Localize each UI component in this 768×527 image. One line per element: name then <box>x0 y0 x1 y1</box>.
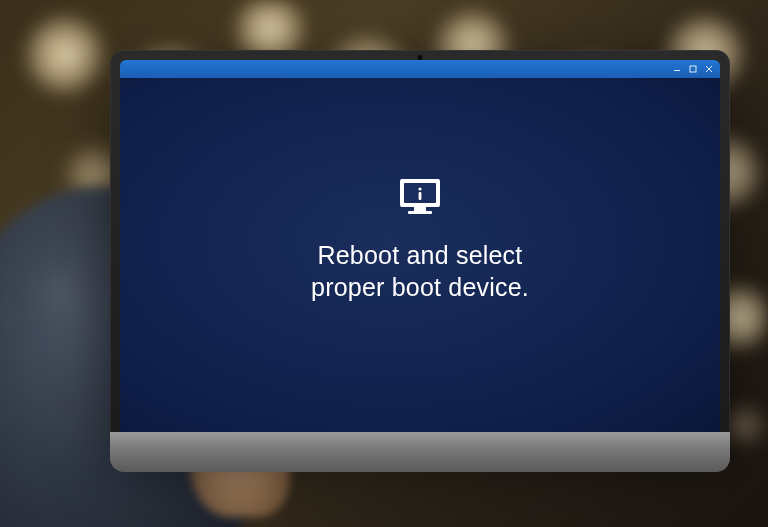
error-line-2: proper boot device. <box>311 271 529 304</box>
error-line-1: Reboot and select <box>318 241 523 269</box>
close-icon[interactable] <box>704 65 714 73</box>
window-title-bar <box>120 60 720 78</box>
svg-rect-1 <box>690 66 696 72</box>
svg-rect-0 <box>674 70 680 71</box>
desktop-monitor: Reboot and select proper boot device. <box>110 50 730 480</box>
window-controls <box>672 65 714 73</box>
boot-error-screen: Reboot and select proper boot device. <box>120 78 720 440</box>
svg-rect-4 <box>414 207 426 211</box>
maximize-icon[interactable] <box>688 65 698 73</box>
monitor-screen: Reboot and select proper boot device. <box>120 60 720 440</box>
svg-point-6 <box>418 187 421 190</box>
monitor-alert-icon <box>394 175 446 223</box>
svg-rect-5 <box>408 211 432 214</box>
monitor-bezel: Reboot and select proper boot device. <box>110 50 730 450</box>
svg-rect-7 <box>419 192 422 200</box>
minimize-icon[interactable] <box>672 65 682 73</box>
monitor-chin <box>110 432 730 472</box>
boot-error-message: Reboot and select proper boot device. <box>311 239 529 304</box>
photo-scene: Reboot and select proper boot device. <box>0 0 768 527</box>
